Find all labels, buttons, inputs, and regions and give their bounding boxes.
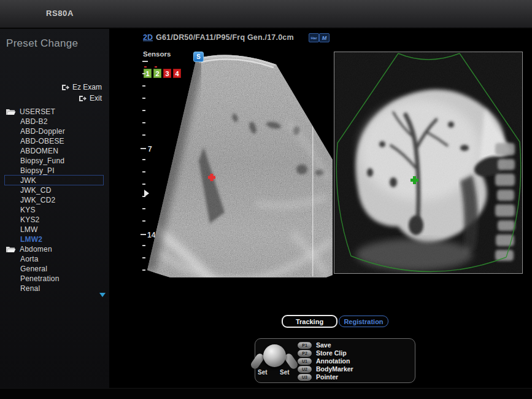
exit-arrow-icon	[61, 84, 69, 91]
key-p1: P1	[298, 342, 312, 349]
mode-2d-label: 2D	[143, 33, 153, 42]
tree-item-label: Penetration	[20, 274, 60, 283]
title-bar: RS80A	[0, 0, 532, 29]
tree-item-kys2[interactable]: KYS2	[4, 214, 104, 225]
key-u2: U2	[298, 366, 312, 373]
tree-item-aorta[interactable]: Aorta	[4, 254, 104, 264]
tree-item-label: ABD-B2	[20, 117, 48, 126]
tree-item-label: General	[20, 265, 47, 273]
rs80a-screen: RS80A Preset Change Ez Exam Exit USERSET…	[0, 0, 532, 399]
tree-item-label: ABD-OBESE	[20, 137, 64, 145]
tree-item-biopsy-pi[interactable]: Biopsy_PI	[4, 165, 104, 176]
reference-line	[312, 81, 313, 276]
ultrasound-image[interactable]	[147, 49, 333, 277]
harmonic-icon: Har	[309, 33, 319, 42]
tree-item-abd-b2[interactable]: ABD-B2	[4, 116, 104, 126]
key-p1-label: Save	[316, 341, 331, 349]
ez-exam-button[interactable]: Ez Exam	[61, 83, 102, 91]
tree-item-label: Aorta	[20, 255, 39, 263]
tree-item-abd-obese[interactable]: ABD-OBESE	[4, 136, 104, 146]
tree-item-biopsy-fund[interactable]: Biopsy_Fund	[4, 155, 104, 166]
scroll-down-icon[interactable]	[99, 293, 106, 297]
key-u3-label: Pointer	[316, 373, 338, 381]
mri-fusion-panel[interactable]	[334, 52, 523, 274]
tree-folder-abdomen[interactable]: Abdomen	[4, 244, 104, 254]
key-p2-label: Store Clip	[316, 349, 347, 357]
tree-item-label: USERSET	[20, 107, 55, 116]
tree-item-label: Biopsy_Fund	[20, 157, 64, 165]
key-p2: P2	[298, 350, 312, 357]
tree-item-label: KYS2	[20, 215, 40, 224]
tab-registration[interactable]: Registration	[339, 316, 388, 327]
tree-item-lmw[interactable]: LMW	[4, 224, 104, 234]
tree-item-label: KYS	[20, 206, 36, 214]
exit-label: Exit	[90, 94, 102, 103]
key-u1: U1	[298, 358, 312, 365]
tree-item-label: JWK	[20, 176, 36, 185]
tree-item-label: ABD-Doppler	[20, 127, 65, 136]
key-u1-label: Annotation	[316, 357, 350, 365]
set-left-label: Set	[258, 369, 268, 376]
tree-folder-userset[interactable]: USERSET	[4, 106, 104, 117]
tree-item-label: LMW	[20, 225, 38, 234]
footer-bar	[0, 388, 532, 399]
tree-item-kys[interactable]: KYS	[4, 204, 104, 215]
tree-item-lmw2[interactable]: LMW2	[4, 234, 104, 244]
probe-orientation-icon: S	[193, 52, 204, 62]
preset-sidebar: Preset Change Ez Exam Exit USERSET ABD-B…	[0, 29, 109, 388]
ez-exam-label: Ez Exam	[72, 83, 102, 91]
open-folder-icon	[6, 246, 16, 253]
exit-button[interactable]: Exit	[79, 94, 102, 103]
mri-image	[334, 52, 522, 273]
tree-item-label: Abdomen	[20, 245, 52, 254]
tree-item-jwk-cd[interactable]: JWK_CD	[4, 185, 104, 195]
set-right-label: Set	[280, 369, 290, 376]
tree-item-label: JWK_CD	[20, 186, 52, 195]
page-title: Preset Change	[6, 37, 78, 50]
tree-item-jwk-cd2[interactable]: JWK_CD2	[4, 195, 104, 205]
tree-item-label: ABDOMEN	[20, 147, 58, 155]
tree-item-penetration[interactable]: Penetration	[4, 273, 104, 284]
tree-item-label: JWK_CD2	[20, 196, 55, 204]
tree-item-abdomen-caps[interactable]: ABDOMEN	[4, 145, 104, 156]
key-u3: U3	[298, 374, 312, 381]
open-folder-icon	[6, 108, 16, 115]
tree-item-abd-doppler[interactable]: ABD-Doppler	[4, 126, 104, 136]
tab-tracking[interactable]: Tracking	[282, 315, 337, 328]
key-u2-label: BodyMarker	[316, 365, 353, 373]
tree-item-jwk[interactable]: JWK	[4, 175, 104, 185]
image-parameters: G61/DR50/FA11/P95/Frq Gen./17.0cm	[156, 33, 294, 42]
tree-item-renal[interactable]: Renal	[4, 283, 104, 293]
tree-item-label: Biopsy_PI	[20, 166, 55, 175]
exit-arrow-icon	[79, 95, 87, 102]
clearvision-icon: M	[319, 33, 330, 42]
tree-item-label: LMW2	[20, 235, 42, 244]
tree-item-label: Renal	[20, 284, 40, 293]
app-title: RS80A	[46, 9, 74, 18]
tree-item-general[interactable]: General	[4, 263, 104, 274]
trackball-icon	[263, 344, 286, 367]
